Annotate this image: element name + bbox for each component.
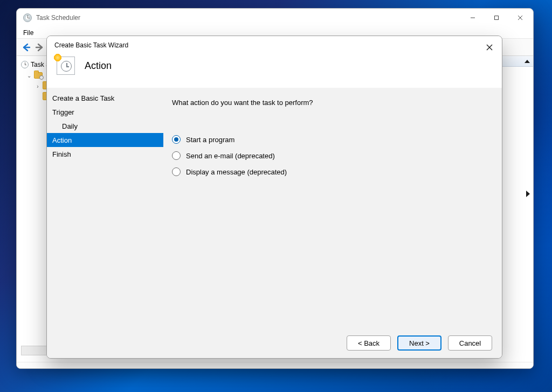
folder-icon [34, 72, 43, 79]
minimize-button[interactable] [461, 10, 485, 26]
titlebar[interactable]: Task Scheduler [17, 9, 533, 27]
clock-icon [21, 61, 29, 68]
back-button[interactable]: < Back [347, 335, 391, 351]
radio-label: Start a program [186, 136, 234, 144]
status-bar [17, 362, 533, 368]
svg-rect-1 [495, 16, 499, 20]
radio-icon [172, 135, 181, 144]
cancel-button[interactable]: Cancel [448, 335, 492, 351]
triangle-right-icon [526, 191, 530, 197]
window-title: Task Scheduler [36, 14, 461, 22]
nav-back-icon[interactable] [21, 42, 32, 53]
chevron-down-icon[interactable]: ⌄ [26, 73, 32, 79]
step-trigger-daily[interactable]: Daily [47, 119, 163, 133]
step-create-basic-task[interactable]: Create a Basic Task [47, 91, 163, 105]
clock-icon [23, 13, 32, 22]
maximize-button[interactable] [485, 10, 508, 26]
radio-icon [172, 151, 181, 160]
menu-file[interactable]: File [21, 28, 36, 38]
radio-label: Display a message (deprecated) [186, 168, 287, 176]
triangle-up-icon [525, 60, 530, 63]
step-action[interactable]: Action [47, 133, 163, 147]
close-button[interactable] [482, 40, 496, 54]
wizard-content: What action do you want the task to perf… [163, 88, 502, 328]
wizard-footer: < Back Next > Cancel [47, 328, 502, 358]
radio-send-email[interactable]: Send an e-mail (deprecated) [172, 148, 493, 164]
wizard-header: Create Basic Task Wizard Action [47, 36, 502, 88]
radio-label: Send an e-mail (deprecated) [186, 152, 275, 160]
wizard-steps-nav: Create a Basic Task Trigger Daily Action… [47, 88, 163, 328]
step-trigger[interactable]: Trigger [47, 105, 163, 119]
next-button[interactable]: Next > [397, 335, 441, 351]
wizard-window-title: Create Basic Task Wizard [54, 41, 494, 49]
window-controls [461, 10, 532, 26]
radio-start-program[interactable]: Start a program [172, 131, 493, 148]
scheduler-icon [57, 57, 75, 75]
radio-icon [172, 167, 181, 176]
wizard-body: Create a Basic Task Trigger Daily Action… [47, 88, 502, 328]
step-finish[interactable]: Finish [47, 147, 163, 161]
create-basic-task-wizard: Create Basic Task Wizard Action Create a… [46, 36, 502, 359]
nav-forward-icon[interactable] [34, 42, 45, 53]
wizard-prompt: What action do you want the task to perf… [172, 99, 493, 107]
spacer [35, 94, 40, 100]
chevron-right-icon[interactable]: › [35, 83, 40, 89]
close-button[interactable] [508, 10, 532, 26]
wizard-step-heading: Action [85, 60, 112, 72]
radio-display-message[interactable]: Display a message (deprecated) [172, 164, 493, 180]
